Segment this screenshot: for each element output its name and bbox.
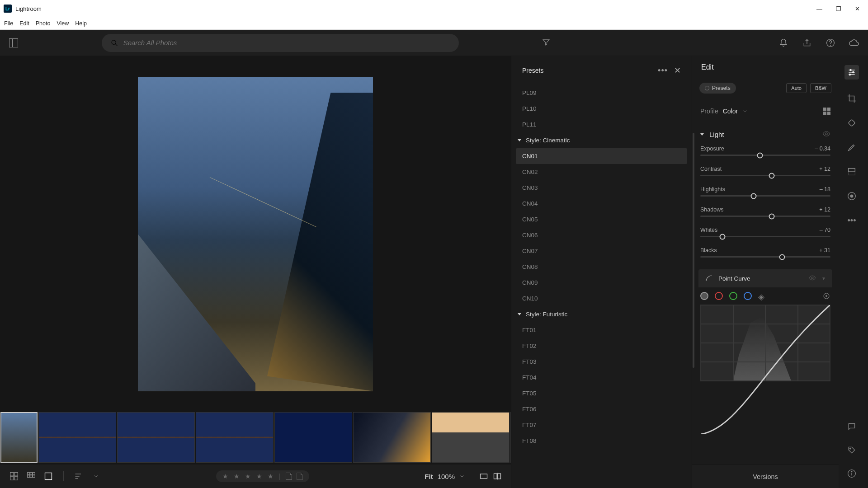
visibility-icon[interactable] [809,274,816,283]
versions-button[interactable]: Versions [692,465,839,488]
menu-help[interactable]: Help [72,20,90,27]
search-input[interactable] [123,39,450,47]
preset-item[interactable]: FT04 [516,370,687,385]
chevron-down-icon[interactable] [742,108,748,114]
bw-button[interactable]: B&W [810,83,831,93]
sort-chevron-icon[interactable] [91,471,101,481]
point-curve-header[interactable]: Point Curve ▼ [698,269,832,287]
thumbnail[interactable] [274,412,352,463]
preset-group[interactable]: Style: Futuristic [516,306,687,322]
slider-contrast[interactable]: Contrast+ 12 [692,164,839,184]
preset-item[interactable]: CN09 [516,275,687,291]
preset-item[interactable]: PL11 [516,117,687,132]
curve-channel-blue[interactable] [744,292,752,300]
preset-item[interactable]: CN08 [516,259,687,275]
profile-browser-icon[interactable] [823,108,830,115]
menu-photo[interactable]: Photo [33,20,54,27]
linear-gradient-icon[interactable] [846,166,857,177]
zoom-fit-label[interactable]: Fit [425,473,433,480]
preset-item[interactable]: CN05 [516,211,687,227]
preset-item[interactable]: FT06 [516,401,687,417]
light-section-header[interactable]: Light [692,125,839,144]
visibility-icon[interactable] [822,130,830,139]
photo-canvas[interactable] [0,56,511,412]
auto-button[interactable]: Auto [786,83,807,93]
edit-sliders-icon[interactable] [844,65,859,80]
presets-close-icon[interactable]: ✕ [674,66,681,75]
thumbnail[interactable] [117,412,195,463]
filmstrip[interactable] [0,412,511,465]
crop-icon[interactable] [846,93,857,104]
filter-icon[interactable] [542,38,550,48]
share-icon[interactable] [802,38,812,48]
slider-exposure[interactable]: Exposure– 0.34 [692,144,839,164]
thumbnail[interactable] [38,412,116,463]
panel-toggle-icon[interactable] [9,38,18,47]
target-picker-icon[interactable] [822,292,830,300]
tone-curve[interactable] [700,305,830,381]
preset-item[interactable]: CN07 [516,243,687,259]
chevron-down-icon[interactable]: ▼ [821,276,826,281]
presets-button[interactable]: Presets [699,83,736,94]
cloud-sync-icon[interactable] [849,38,859,48]
rating-bar[interactable]: ★ ★ ★ ★ ★ | [216,470,310,482]
flag-pick-icon[interactable] [286,473,292,480]
preset-item[interactable]: CN01 [516,148,687,164]
curve-channel-luma[interactable] [700,292,708,300]
preset-item[interactable]: FT08 [516,433,687,449]
menu-edit[interactable]: Edit [16,20,33,27]
maximize-button[interactable]: ❐ [836,5,841,12]
preset-item[interactable]: FT03 [516,354,687,370]
preset-item[interactable]: FT02 [516,338,687,354]
comments-icon[interactable] [846,421,857,432]
scrollbar[interactable] [693,133,694,368]
preset-item[interactable]: CN02 [516,164,687,180]
menu-view[interactable]: View [53,20,72,27]
star-icon[interactable]: ★ [256,473,263,480]
help-icon[interactable] [826,38,835,48]
thumbnail[interactable] [0,412,38,463]
sort-icon[interactable] [74,471,84,481]
menu-file[interactable]: File [1,20,16,27]
curve-channel-green[interactable] [729,292,737,300]
histogram-toggle-icon[interactable] [479,472,488,481]
grid-view-large-icon[interactable] [26,471,36,481]
preset-item[interactable]: PL10 [516,101,687,117]
preset-item[interactable]: FT05 [516,385,687,401]
slider-shadows[interactable]: Shadows+ 12 [692,205,839,225]
zoom-controls[interactable]: Fit 100% [425,472,502,481]
preset-item[interactable]: CN04 [516,196,687,211]
minimize-button[interactable]: — [816,5,822,12]
close-window-button[interactable]: ✕ [855,5,860,12]
flag-reject-icon[interactable] [297,473,303,480]
presets-more-icon[interactable]: ••• [658,66,668,75]
keywords-icon[interactable] [846,445,857,455]
preset-list[interactable]: PL09PL10PL11Style: CinematicCN01CN02CN03… [511,85,692,488]
star-icon[interactable]: ★ [268,473,274,480]
grid-view-small-icon[interactable] [9,471,19,481]
preset-item[interactable]: PL09 [516,85,687,101]
compare-view-icon[interactable] [493,472,502,481]
slider-whites[interactable]: Whites– 70 [692,225,839,245]
star-icon[interactable]: ★ [222,473,229,480]
curve-channel-red[interactable] [715,292,723,300]
zoom-level[interactable]: 100% [438,473,455,480]
single-view-icon[interactable] [43,471,53,481]
star-icon[interactable]: ★ [234,473,241,480]
slider-blacks[interactable]: Blacks+ 31 [692,245,839,266]
thumbnail[interactable] [432,412,509,463]
preset-group[interactable]: Style: Cinematic [516,132,687,148]
preset-item[interactable]: FT01 [516,322,687,338]
thumbnail[interactable] [196,412,274,463]
more-tools-icon[interactable]: ••• [846,215,857,226]
preset-item[interactable]: FT07 [516,417,687,433]
preset-item[interactable]: CN03 [516,180,687,196]
brush-icon[interactable] [846,142,857,153]
preset-item[interactable]: CN10 [516,291,687,306]
slider-highlights[interactable]: Highlights– 18 [692,184,839,205]
thumbnail[interactable] [353,412,431,463]
radial-gradient-icon[interactable] [846,191,857,202]
profile-value[interactable]: Color [723,108,738,115]
preset-item[interactable]: CN06 [516,227,687,243]
search-bar[interactable] [102,34,459,52]
